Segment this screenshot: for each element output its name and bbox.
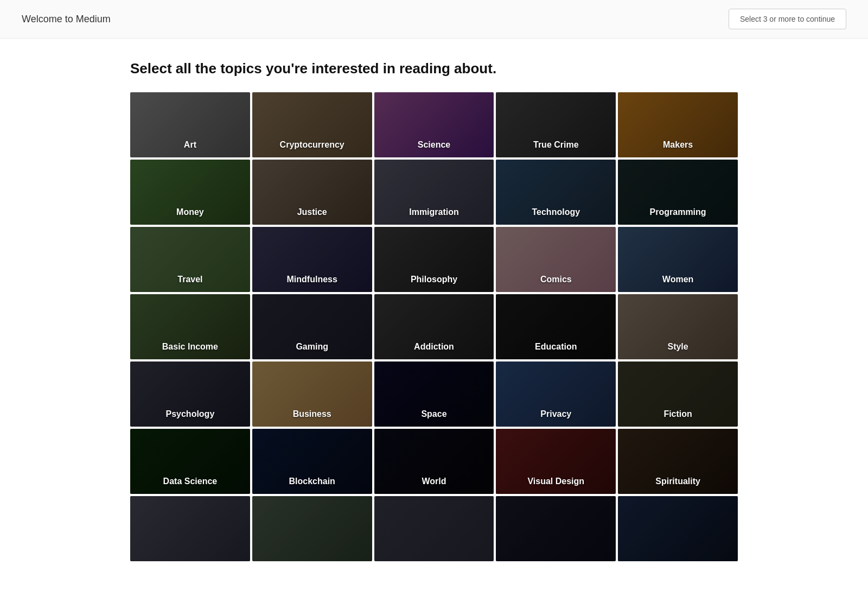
topic-label: Spirituality xyxy=(618,470,738,494)
topic-label: Style xyxy=(618,335,738,359)
topic-label: World xyxy=(374,470,494,494)
topic-label xyxy=(374,547,494,561)
topic-card-immigration[interactable]: Immigration xyxy=(374,160,494,225)
topic-card-addiction[interactable]: Addiction xyxy=(374,294,494,359)
topic-card-travel[interactable]: Travel xyxy=(130,227,250,292)
topic-card-space[interactable]: Space xyxy=(374,361,494,427)
topic-label: Blockchain xyxy=(252,470,372,494)
page-heading: Select all the topics you're interested … xyxy=(130,60,738,77)
topic-label xyxy=(252,547,372,561)
topic-card-programming[interactable]: Programming xyxy=(618,160,738,225)
topic-card-more4[interactable] xyxy=(496,496,616,561)
topic-label: Education xyxy=(496,335,616,359)
topic-label xyxy=(130,547,250,561)
topic-card-more5[interactable] xyxy=(618,496,738,561)
topic-card-style[interactable]: Style xyxy=(618,294,738,359)
topic-card-philosophy[interactable]: Philosophy xyxy=(374,227,494,292)
topic-card-education[interactable]: Education xyxy=(496,294,616,359)
topic-label: Business xyxy=(252,403,372,427)
app-title: Welcome to Medium xyxy=(22,14,111,25)
topic-card-money[interactable]: Money xyxy=(130,160,250,225)
topic-card-justice[interactable]: Justice xyxy=(252,160,372,225)
topic-label xyxy=(496,547,616,561)
topic-label: Cryptocurrency xyxy=(252,134,372,157)
topic-label: Fiction xyxy=(618,403,738,427)
topic-card-gaming[interactable]: Gaming xyxy=(252,294,372,359)
topic-label: Immigration xyxy=(374,201,494,225)
topic-card-fiction[interactable]: Fiction xyxy=(618,361,738,427)
topic-label: Philosophy xyxy=(374,268,494,292)
topic-card-cryptocurrency[interactable]: Cryptocurrency xyxy=(252,92,372,157)
topic-card-blockchain[interactable]: Blockchain xyxy=(252,429,372,494)
topic-card-women[interactable]: Women xyxy=(618,227,738,292)
continue-button[interactable]: Select 3 or more to continue xyxy=(729,9,846,29)
topic-label: Art xyxy=(130,134,250,157)
topic-label: Privacy xyxy=(496,403,616,427)
topic-card-psychology[interactable]: Psychology xyxy=(130,361,250,427)
topic-label: Basic Income xyxy=(130,335,250,359)
topic-card-more3[interactable] xyxy=(374,496,494,561)
topic-label: Travel xyxy=(130,268,250,292)
topic-label: Science xyxy=(374,134,494,157)
main-content: Select all the topics you're interested … xyxy=(119,39,749,583)
topic-label: True Crime xyxy=(496,134,616,157)
topic-label: Makers xyxy=(618,134,738,157)
topic-label: Data Science xyxy=(130,470,250,494)
topic-label xyxy=(618,547,738,561)
topic-label: Addiction xyxy=(374,335,494,359)
topic-label: Visual Design xyxy=(496,470,616,494)
topic-card-basic-income[interactable]: Basic Income xyxy=(130,294,250,359)
topic-card-more1[interactable] xyxy=(130,496,250,561)
topic-label: Gaming xyxy=(252,335,372,359)
page-header: Welcome to Medium Select 3 or more to co… xyxy=(0,0,868,39)
topics-grid: ArtCryptocurrencyScienceTrue CrimeMakers… xyxy=(130,92,738,561)
topic-card-spirituality[interactable]: Spirituality xyxy=(618,429,738,494)
topic-card-true-crime[interactable]: True Crime xyxy=(496,92,616,157)
topic-card-technology[interactable]: Technology xyxy=(496,160,616,225)
topic-label: Psychology xyxy=(130,403,250,427)
topic-label: Space xyxy=(374,403,494,427)
topic-label: Women xyxy=(618,268,738,292)
topic-label: Technology xyxy=(496,201,616,225)
topic-card-business[interactable]: Business xyxy=(252,361,372,427)
topic-card-makers[interactable]: Makers xyxy=(618,92,738,157)
topic-card-science[interactable]: Science xyxy=(374,92,494,157)
topic-label: Mindfulness xyxy=(252,268,372,292)
topic-label: Justice xyxy=(252,201,372,225)
topic-label: Comics xyxy=(496,268,616,292)
topic-card-world[interactable]: World xyxy=(374,429,494,494)
topic-label: Programming xyxy=(618,201,738,225)
topic-label: Money xyxy=(130,201,250,225)
topic-card-data-science[interactable]: Data Science xyxy=(130,429,250,494)
topic-card-comics[interactable]: Comics xyxy=(496,227,616,292)
topic-card-art[interactable]: Art xyxy=(130,92,250,157)
topic-card-more2[interactable] xyxy=(252,496,372,561)
topic-card-mindfulness[interactable]: Mindfulness xyxy=(252,227,372,292)
topic-card-privacy[interactable]: Privacy xyxy=(496,361,616,427)
topic-card-visual-design[interactable]: Visual Design xyxy=(496,429,616,494)
